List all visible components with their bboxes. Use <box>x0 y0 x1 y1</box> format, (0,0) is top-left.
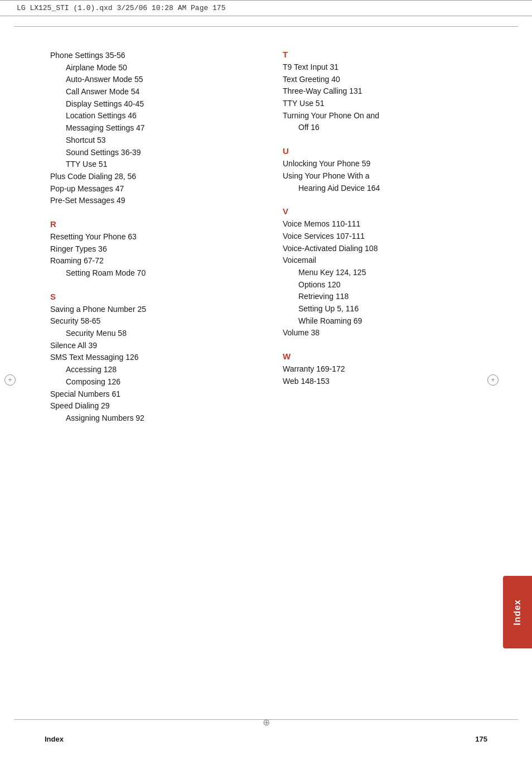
list-item: Plus Code Dialing 28, 56 <box>50 171 255 183</box>
section-letter-r: R <box>50 219 255 229</box>
list-item: Silence All 39 <box>50 340 255 352</box>
list-item: Resetting Your Phone 63 <box>50 231 255 243</box>
side-reg-left <box>4 374 16 386</box>
list-item: Warranty 169-172 <box>283 363 487 376</box>
list-item: Pop-up Messages 47 <box>50 183 255 195</box>
list-item: Volume 38 <box>283 327 487 339</box>
content-area: Phone Settings 35-56 Airplane Mode 50 Au… <box>0 22 532 482</box>
side-tab: Index <box>503 576 532 648</box>
list-item: Special Numbers 61 <box>50 388 255 401</box>
header-file-info: LG LX125_STI (1.0).qxd 3/25/06 10:28 AM … <box>17 4 225 12</box>
list-item: Ringer Types 36 <box>50 243 255 256</box>
list-item: Voice Memos 110-111 <box>283 218 487 230</box>
page-container: LG LX125_STI (1.0).qxd 3/25/06 10:28 AM … <box>0 0 532 760</box>
list-item: Using Your Phone With a <box>283 170 487 182</box>
list-item: Voice Services 107-111 <box>283 230 487 243</box>
list-item: Turning Your Phone On and <box>283 110 487 122</box>
list-item: Shortcut 53 <box>50 134 255 147</box>
list-item: Messaging Settings 47 <box>50 122 255 134</box>
bottom-reg-mark: ⊕ <box>263 717 270 728</box>
footer-page-number: 175 <box>475 735 487 743</box>
list-item: Composing 126 <box>50 376 255 388</box>
header-bar: LG LX125_STI (1.0).qxd 3/25/06 10:28 AM … <box>0 0 532 16</box>
list-item: Call Answer Mode 54 <box>50 86 255 98</box>
list-item: Location Settings 46 <box>50 110 255 122</box>
list-item: Roaming 67-72 <box>50 255 255 267</box>
list-item: Airplane Mode 50 <box>50 62 255 74</box>
list-item: Sound Settings 36-39 <box>50 147 255 159</box>
list-item: Security 58-65 <box>50 315 255 328</box>
list-item: Text Greeting 40 <box>283 74 487 86</box>
section-letter-w: W <box>283 352 487 361</box>
section-u: U Unlocking Your Phone 59 Using Your Pho… <box>283 146 487 194</box>
list-item: T9 Text Input 31 <box>283 61 487 74</box>
section-letter-s: S <box>50 292 255 301</box>
list-item: TTY Use 51 <box>283 98 487 110</box>
list-item: Web 148-153 <box>283 376 487 388</box>
list-item: Options 120 <box>283 279 487 291</box>
section-r: R Resetting Your Phone 63 Ringer Types 3… <box>50 219 255 280</box>
list-item: Voicemail <box>283 254 487 267</box>
list-item: Off 16 <box>283 122 487 134</box>
section-letter-v: V <box>283 206 487 216</box>
list-item: Phone Settings 35-56 <box>50 50 255 62</box>
list-item: Security Menu 58 <box>50 328 255 340</box>
list-item: Three-Way Calling 131 <box>283 85 487 98</box>
section-w: W Warranty 169-172 Web 148-153 <box>283 352 487 387</box>
footer-left-label: Index <box>45 735 64 743</box>
list-item: Setting Roam Mode 70 <box>50 267 255 280</box>
list-item: Auto-Answer Mode 55 <box>50 74 255 86</box>
section-t: T T9 Text Input 31 Text Greeting 40 Thre… <box>283 50 487 134</box>
section-letter-u: U <box>283 146 487 156</box>
list-item: TTY Use 51 <box>50 158 255 171</box>
list-item: Speed Dialing 29 <box>50 400 255 412</box>
side-tab-label: Index <box>512 599 523 626</box>
section-s: S Saving a Phone Number 25 Security 58-6… <box>50 292 255 425</box>
list-item: Pre-Set Messages 49 <box>50 195 255 207</box>
col-right: T T9 Text Input 31 Text Greeting 40 Thre… <box>272 50 487 437</box>
side-reg-right <box>487 374 499 386</box>
list-item: While Roaming 69 <box>283 315 487 328</box>
list-item: Unlocking Your Phone 59 <box>283 158 487 170</box>
top-entries: Phone Settings 35-56 Airplane Mode 50 Au… <box>50 50 255 207</box>
list-item: Display Settings 40-45 <box>50 98 255 110</box>
list-item: Retrieving 118 <box>283 291 487 303</box>
section-letter-t: T <box>283 50 487 59</box>
list-item: Voice-Activated Dialing 108 <box>283 243 487 255</box>
list-item: Hearing Aid Device 164 <box>283 182 487 195</box>
col-left: Phone Settings 35-56 Airplane Mode 50 Au… <box>50 50 272 437</box>
list-item: Assigning Numbers 92 <box>50 412 255 425</box>
top-rule <box>14 26 518 27</box>
list-item: Accessing 128 <box>50 364 255 376</box>
list-item: SMS Text Messaging 126 <box>50 352 255 364</box>
footer: Index 175 <box>0 735 532 743</box>
list-item: Saving a Phone Number 25 <box>50 304 255 316</box>
list-item: Setting Up 5, 116 <box>283 303 487 315</box>
section-v: V Voice Memos 110-111 Voice Services 107… <box>283 206 487 339</box>
list-item: Menu Key 124, 125 <box>283 267 487 279</box>
